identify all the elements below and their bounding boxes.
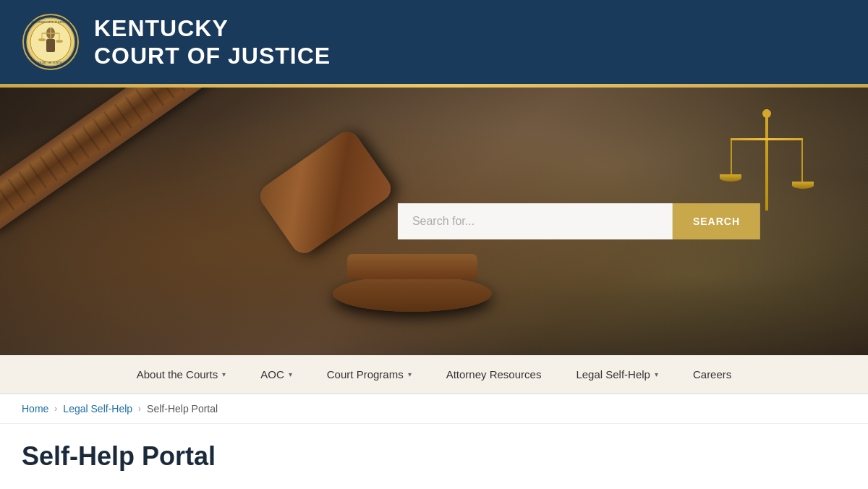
breadcrumb-current: Self-Help Portal (147, 403, 218, 414)
breadcrumb-bar: Home › Legal Self-Help › Self-Help Porta… (0, 394, 868, 424)
nav-link-label: Court Programs (327, 368, 404, 380)
nav-list: About the Courts▾AOC▾Court Programs▾Atto… (0, 355, 868, 394)
svg-text:COURT OF JUSTICE: COURT OF JUSTICE (36, 61, 66, 64)
nav-link-label: Legal Self-Help (576, 368, 650, 380)
chevron-down-icon: ▾ (222, 370, 226, 378)
chevron-down-icon: ▾ (289, 370, 292, 378)
nav-link-label: AOC (260, 368, 284, 380)
nav-item-legal-self-help[interactable]: Legal Self-Help▾ (558, 355, 676, 394)
site-logo[interactable]: COURT OF JUSTICE COMMONWEALTH OF KENTUCK… (22, 13, 80, 71)
chevron-down-icon: ▾ (655, 370, 658, 378)
search-button[interactable]: SEARCH (673, 203, 760, 239)
breadcrumb-legal-self-help[interactable]: Legal Self-Help (63, 403, 132, 414)
nav-item-aoc[interactable]: AOC▾ (243, 355, 310, 394)
breadcrumb-home[interactable]: Home (22, 403, 48, 414)
search-container: SEARCH (398, 203, 760, 239)
nav-link-label: Attorney Resources (446, 368, 542, 380)
nav-link-0[interactable]: About the Courts▾ (119, 355, 244, 394)
nav-link-2[interactable]: Court Programs▾ (310, 355, 429, 394)
page-title-section: Self-Help Portal (0, 424, 868, 479)
search-input[interactable] (398, 203, 673, 239)
site-title: KENTUCKY COURT OF JUSTICE (94, 14, 331, 70)
hero-banner: SEARCH (0, 88, 868, 355)
nav-item-court-programs[interactable]: Court Programs▾ (310, 355, 429, 394)
nav-link-5[interactable]: Careers (676, 355, 749, 394)
nav-link-4[interactable]: Legal Self-Help▾ (558, 355, 676, 394)
svg-text:COMMONWEALTH OF KENTUCKY: COMMONWEALTH OF KENTUCKY (27, 20, 74, 24)
chevron-down-icon: ▾ (408, 370, 412, 378)
nav-link-label: About the Courts (137, 368, 218, 380)
svg-rect-4 (46, 39, 55, 52)
breadcrumb-sep-1: › (54, 404, 57, 414)
breadcrumb-sep-2: › (138, 404, 141, 414)
nav-link-1[interactable]: AOC▾ (243, 355, 310, 394)
site-header: COURT OF JUSTICE COMMONWEALTH OF KENTUCK… (0, 0, 868, 84)
nav-link-label: Careers (693, 368, 731, 380)
svg-point-10 (56, 40, 63, 43)
breadcrumb: Home › Legal Self-Help › Self-Help Porta… (22, 403, 846, 414)
nav-item-careers[interactable]: Careers (676, 355, 749, 394)
nav-item-about-the-courts[interactable]: About the Courts▾ (119, 355, 244, 394)
page-title: Self-Help Portal (22, 441, 846, 472)
nav-link-3[interactable]: Attorney Resources (429, 355, 559, 394)
nav-item-attorney-resources[interactable]: Attorney Resources (429, 355, 559, 394)
gavel-base (333, 276, 492, 312)
svg-point-9 (38, 38, 46, 41)
main-nav: About the Courts▾AOC▾Court Programs▾Atto… (0, 355, 868, 394)
